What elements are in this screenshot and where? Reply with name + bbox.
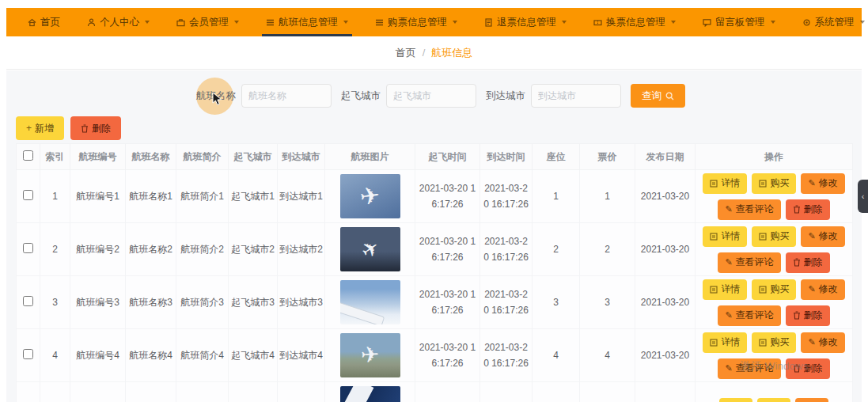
doc-icon xyxy=(710,339,718,347)
buy-button[interactable]: 购买 xyxy=(752,279,796,300)
pencil-icon: ✎ xyxy=(808,337,815,347)
nav-item-label: 会员管理 xyxy=(189,16,229,29)
chevron-down-icon xyxy=(145,21,150,24)
airplane-icon: ✈ xyxy=(360,343,380,366)
search-field-flight-name: 航班名称 xyxy=(196,84,332,108)
briefcase-icon xyxy=(176,18,185,27)
detail-button[interactable]: 详情 xyxy=(703,279,747,300)
col-header-flight-code: 航班编号 xyxy=(70,144,126,170)
edit-button[interactable]: ✎修改 xyxy=(801,173,844,194)
doc-icon xyxy=(759,180,767,188)
file-icon xyxy=(484,18,493,27)
delete-button-label: 删除 xyxy=(92,122,111,135)
view-comments-button[interactable]: ✎查看评论 xyxy=(718,305,780,326)
query-button[interactable]: 查询 xyxy=(631,84,685,108)
cell-departure-city: 起飞城市1 xyxy=(229,170,278,223)
collapse-panel-handle[interactable]: ‹ xyxy=(858,180,868,213)
add-button[interactable]: + 新增 xyxy=(16,116,64,140)
cell-flight-code: 航班编号2 xyxy=(70,223,126,276)
cell-arrival-city: 到达城市3 xyxy=(278,276,325,329)
buy-button-label: 购买 xyxy=(770,176,789,190)
airplane-icon: ✈ xyxy=(357,236,383,263)
table-row: 2 航班编号2 航班名称2 航班简介2 起飞城市2 到达城市2 ✈ 2021-0… xyxy=(17,223,853,276)
search-icon xyxy=(665,92,674,100)
chevron-down-icon xyxy=(771,21,775,24)
detail-button[interactable]: 详情 xyxy=(719,398,752,402)
cell-departure-time: 2021-03-20 16:17:26 xyxy=(415,329,480,382)
flight-image xyxy=(340,280,400,324)
buy-button[interactable]: 购买 xyxy=(752,332,796,353)
app-window: 首页 个人中心 会员管理 航班信息管理 购票信息管理 退票信息管理 xyxy=(6,8,862,402)
buy-button[interactable]: 购买 xyxy=(752,226,796,247)
nav-item-member-mgmt[interactable]: 会员管理 xyxy=(163,8,252,36)
cell-arrival-city: 到达城市1 xyxy=(278,170,325,223)
trash-icon xyxy=(793,258,801,267)
cell-flight-name: 航班名称4 xyxy=(126,329,176,382)
arrival-city-input[interactable] xyxy=(531,84,621,108)
nav-item-exchange-info-mgmt[interactable]: 换票信息管理 xyxy=(580,8,689,36)
header-checkbox-cell xyxy=(17,144,40,170)
doc-icon xyxy=(710,286,718,294)
nav-item-purchase-info-mgmt[interactable]: 购票信息管理 xyxy=(362,8,471,36)
nav-item-refund-info-mgmt[interactable]: 退票信息管理 xyxy=(471,8,580,36)
nav-item-label: 系统管理 xyxy=(815,16,855,29)
row-checkbox[interactable] xyxy=(23,349,33,359)
nav-item-message-board-mgmt[interactable]: 留言板管理 xyxy=(689,8,789,36)
cell-arrival-city: 到达城市4 xyxy=(278,329,325,382)
nav-item-personal-center[interactable]: 个人中心 xyxy=(74,8,163,36)
cell-flight-intro: 航班简介1 xyxy=(176,170,229,223)
cell-arrival-time: 2021-03-20 16:17:26 xyxy=(480,276,533,329)
edit-button[interactable]: 修改 xyxy=(795,398,828,402)
view-comments-button[interactable]: ✎查看评论 xyxy=(718,358,780,379)
row-checkbox[interactable] xyxy=(23,243,33,253)
cell-index: 2 xyxy=(40,223,70,276)
chevron-down-icon xyxy=(343,21,348,24)
view-comments-button-label: 查看评论 xyxy=(736,203,774,216)
departure-city-input[interactable] xyxy=(386,84,476,108)
edit-button-label: 修改 xyxy=(819,229,838,243)
buy-button[interactable]: 购买 xyxy=(752,173,796,194)
edit-button[interactable]: ✎修改 xyxy=(801,279,844,300)
breadcrumb-home-link[interactable]: 首页 xyxy=(396,46,416,60)
view-comments-button-label: 查看评论 xyxy=(736,256,774,269)
buy-button[interactable]: 购买 xyxy=(757,398,790,402)
col-header-departure-time: 起飞时间 xyxy=(415,144,480,170)
chevron-down-icon xyxy=(860,21,865,24)
row-delete-button[interactable]: 删除 xyxy=(786,358,830,379)
edit-button[interactable]: ✎修改 xyxy=(801,226,844,247)
departure-city-label: 起飞城市 xyxy=(341,89,381,103)
cell-arrival-time: 2021-03-20 16:17:26 xyxy=(480,329,533,382)
nav-item-home[interactable]: 首页 xyxy=(14,8,74,36)
view-comments-button[interactable]: ✎查看评论 xyxy=(718,252,780,273)
search-field-departure-city: 起飞城市 xyxy=(341,84,476,108)
delete-button[interactable]: 删除 xyxy=(70,116,121,140)
edit-button[interactable]: ✎修改 xyxy=(801,332,844,353)
nav-item-flight-info-mgmt[interactable]: 航班信息管理 xyxy=(252,8,362,36)
nav-item-system-mgmt[interactable]: 系统管理 xyxy=(789,8,868,36)
row-checkbox[interactable] xyxy=(23,190,33,200)
row-delete-button[interactable]: 删除 xyxy=(786,305,830,326)
pencil-icon: ✎ xyxy=(725,363,732,374)
main-content: 航班名称 起飞城市 到达城市 查询 + 新增 xyxy=(6,70,862,402)
detail-button[interactable]: 详情 xyxy=(703,226,747,247)
select-all-checkbox[interactable] xyxy=(23,150,33,161)
flight-name-input[interactable] xyxy=(241,84,332,108)
detail-button[interactable]: 详情 xyxy=(703,332,747,353)
table-row: 3 航班编号3 航班名称3 航班简介3 起飞城市3 到达城市3 2021-03-… xyxy=(17,276,853,329)
pencil-icon: ✎ xyxy=(808,231,815,241)
cell-departure-time: 2021-03-20 16:17:26 xyxy=(415,170,480,223)
row-delete-button[interactable]: 删除 xyxy=(786,199,830,220)
row-checkbox[interactable] xyxy=(23,296,33,306)
row-delete-button[interactable]: 删除 xyxy=(786,252,830,273)
cell-departure-time: 2021-03-20 16:17:26 xyxy=(415,223,480,276)
view-comments-button[interactable]: ✎查看评论 xyxy=(718,199,780,220)
cell-departure-time: 2021-03-20 16:17:26 xyxy=(415,276,480,329)
cell-publish-date: 2021-03-20 xyxy=(635,170,696,223)
detail-button[interactable]: 详情 xyxy=(703,173,747,194)
flight-image xyxy=(340,386,400,402)
list-icon xyxy=(375,18,384,27)
search-field-arrival-city: 到达城市 xyxy=(486,84,621,108)
doc-icon xyxy=(759,233,767,241)
table-row: 1 航班编号1 航班名称1 航班简介1 起飞城市1 到达城市1 ✈ 2021-0… xyxy=(17,170,853,223)
pencil-icon: ✎ xyxy=(808,284,815,294)
